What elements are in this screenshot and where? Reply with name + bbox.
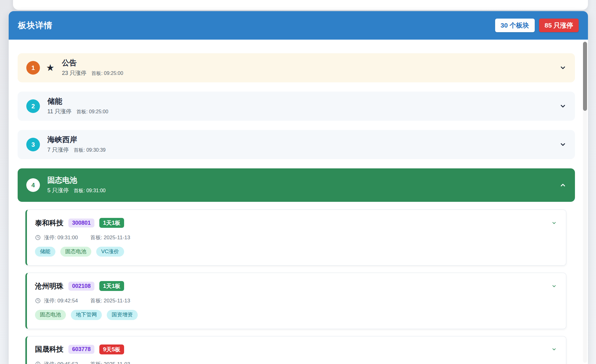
sector-first-board-time: 首板: 09:30:39: [74, 147, 106, 154]
sector-first-board-time: 首板: 09:25:00: [76, 109, 108, 115]
streak-badge: 1天1板: [99, 218, 124, 228]
star-icon[interactable]: ★: [46, 63, 54, 72]
limit-up-count-badge: 85 只涨停: [539, 19, 579, 32]
first-board-date: 首板: 2025-11-13: [90, 297, 130, 304]
clock-icon: [35, 298, 41, 304]
sector-row-gutai-dianchi[interactable]: 4 固态电池 5 只涨停 首板: 09:31:00: [18, 168, 575, 202]
sector-limitup-count: 7 只涨停: [47, 146, 69, 154]
sector-name: 公告: [62, 59, 123, 67]
streak-badge: 1天1板: [99, 281, 124, 291]
limit-up-time: 涨停: 09:42:54: [44, 297, 78, 304]
concept-tag[interactable]: 国资增资: [107, 310, 138, 320]
sector-count-badge: 30 个板块: [495, 19, 535, 32]
rank-badge: 2: [26, 99, 40, 113]
limit-up-time: 涨停: 09:45:52: [44, 361, 78, 364]
sector-first-board-time: 首板: 09:25:00: [91, 70, 123, 77]
sector-text: 储能 11 只涨停 首板: 09:25:00: [47, 97, 108, 115]
first-board-date: 首板: 2025-11-13: [90, 234, 130, 241]
chevron-down-icon[interactable]: [559, 103, 566, 110]
sector-detail-panel: 板块详情 30 个板块 85 只涨停 1 ★ 公告 23 只涨停 首板: 09:…: [9, 11, 588, 364]
sector-row-haixia[interactable]: 3 海峡西岸 7 只涨停 首板: 09:30:39: [18, 130, 575, 159]
rank-badge: 4: [26, 178, 40, 192]
previous-card-edge: [13, 0, 588, 10]
header-badges: 30 个板块 85 只涨停: [495, 19, 579, 32]
chevron-down-icon[interactable]: [559, 141, 566, 148]
concept-tag[interactable]: 固态电池: [60, 247, 91, 257]
sector-first-board-time: 首板: 09:31:00: [74, 188, 106, 194]
chevron-down-icon[interactable]: [559, 64, 566, 71]
streak-badge: 9天5板: [99, 344, 124, 354]
stock-code-badge: 002108: [68, 282, 94, 291]
chevron-down-icon[interactable]: [551, 220, 557, 226]
clock-icon: [35, 361, 41, 364]
concept-tag[interactable]: 固态电池: [35, 310, 66, 320]
sector-limitup-count: 11 只涨停: [47, 108, 71, 115]
limit-up-time: 涨停: 09:31:00: [44, 234, 78, 241]
sector-text: 公告 23 只涨停 首板: 09:25:00: [62, 59, 123, 76]
concept-tag[interactable]: 储能: [35, 247, 55, 257]
stock-name: 沧州明珠: [35, 281, 63, 291]
sector-name: 海峡西岸: [47, 136, 106, 144]
stock-name: 泰和科技: [35, 218, 63, 228]
sector-name: 储能: [47, 97, 108, 105]
rank-badge: 3: [26, 138, 40, 151]
panel-header: 板块详情 30 个板块 85 只涨停: [9, 11, 588, 40]
stock-card-taihe[interactable]: 泰和科技 300801 1天1板 涨停: 09:31:00 首板: 2025-1…: [25, 210, 566, 266]
page-title: 板块详情: [18, 20, 53, 31]
stock-name: 国晟科技: [35, 344, 63, 354]
sector-row-gonggao[interactable]: 1 ★ 公告 23 只涨停 首板: 09:25:00: [18, 53, 575, 82]
first-board-date: 首板: 2025-11-03: [90, 361, 130, 364]
chevron-down-icon[interactable]: [551, 347, 557, 352]
stock-card-guosheng[interactable]: 国晟科技 603778 9天5板 涨停: 09:45:52 首板: 2025-1…: [25, 336, 566, 364]
sector-text: 海峡西岸 7 只涨停 首板: 09:30:39: [47, 136, 106, 153]
chevron-up-icon[interactable]: [559, 182, 566, 188]
scrollbar-thumb[interactable]: [583, 42, 587, 111]
clock-icon: [35, 235, 41, 240]
sector-limitup-count: 5 只涨停: [47, 187, 69, 194]
sector-text: 固态电池 5 只涨停 首板: 09:31:00: [47, 176, 106, 194]
sector-list: 1 ★ 公告 23 只涨停 首板: 09:25:00 2 储能 11 只涨停 首…: [9, 40, 588, 364]
sector-name: 固态电池: [47, 176, 106, 184]
stock-code-badge: 603778: [68, 345, 94, 354]
sector-row-chuneng[interactable]: 2 储能 11 只涨停 首板: 09:25:00: [18, 92, 575, 121]
concept-tag[interactable]: 地下管网: [71, 310, 102, 320]
stock-card-cangzhou[interactable]: 沧州明珠 002108 1天1板 涨停: 09:42:54 首板: 2025-1…: [25, 273, 566, 329]
rank-badge: 1: [26, 61, 40, 75]
stock-code-badge: 300801: [68, 219, 94, 228]
concept-tag[interactable]: VC涨价: [96, 247, 124, 257]
chevron-down-icon[interactable]: [551, 284, 557, 289]
sector-limitup-count: 23 只涨停: [62, 69, 86, 77]
